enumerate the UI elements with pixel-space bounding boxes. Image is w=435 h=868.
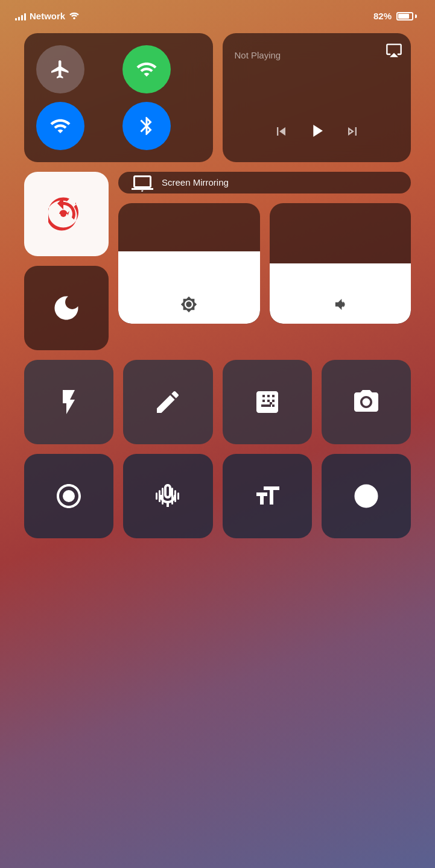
flashlight-button[interactable] [24, 360, 113, 444]
rewind-button[interactable] [273, 123, 290, 143]
svg-point-3 [63, 490, 75, 502]
signal-bars-icon [15, 12, 26, 20]
wifi-status-icon [69, 11, 80, 21]
battery-percent: 82% [373, 11, 392, 21]
screen-mirroring-button[interactable]: Screen Mirroring [118, 172, 411, 193]
brightness-icon [180, 296, 197, 315]
cellular-button[interactable] [122, 45, 171, 93]
svg-rect-7 [171, 488, 173, 505]
top-row: Not Playing [24, 33, 411, 162]
fast-forward-button[interactable] [344, 123, 361, 143]
svg-rect-4 [156, 492, 157, 500]
camera-button[interactable] [322, 360, 411, 444]
battery-icon [396, 12, 417, 20]
bluetooth-button[interactable] [122, 102, 171, 150]
screen-record-button[interactable] [24, 454, 113, 538]
second-row: Screen Mirroring [24, 172, 411, 350]
lock-rotation-button[interactable] [24, 172, 109, 256]
clock-button[interactable] [322, 454, 411, 538]
icon-row-2 [24, 454, 411, 538]
play-button[interactable] [306, 121, 327, 145]
status-left: Network [15, 11, 80, 21]
screen-mirroring-label: Screen Mirroring [162, 177, 229, 189]
volume-slider[interactable] [270, 203, 411, 324]
status-right: 82% [373, 11, 417, 21]
status-bar: Network 82% [0, 0, 435, 27]
now-playing-tile[interactable]: Not Playing [223, 33, 411, 162]
left-buttons [24, 172, 109, 350]
svg-rect-8 [174, 490, 176, 502]
sliders [118, 203, 411, 324]
control-center: Not Playing [0, 27, 435, 560]
notes-button[interactable] [123, 360, 212, 444]
do-not-disturb-button[interactable] [24, 266, 109, 350]
airplane-mode-button[interactable] [36, 45, 84, 93]
not-playing-label: Not Playing [235, 50, 399, 60]
svg-rect-9 [177, 492, 179, 500]
brightness-slider[interactable] [118, 203, 260, 324]
svg-rect-5 [159, 490, 160, 502]
wifi-button[interactable] [36, 102, 84, 150]
svg-rect-6 [162, 488, 164, 505]
network-label: Network [30, 11, 65, 21]
calculator-button[interactable] [223, 360, 312, 444]
volume-icon [332, 296, 349, 315]
voice-memos-button[interactable] [123, 454, 212, 538]
svg-point-2 [362, 398, 370, 406]
svg-point-0 [73, 17, 75, 20]
text-size-button[interactable] [223, 454, 312, 538]
network-tile[interactable] [24, 33, 213, 162]
icon-row-1 [24, 360, 411, 444]
airplay-icon[interactable] [386, 42, 402, 58]
media-controls [235, 121, 399, 151]
